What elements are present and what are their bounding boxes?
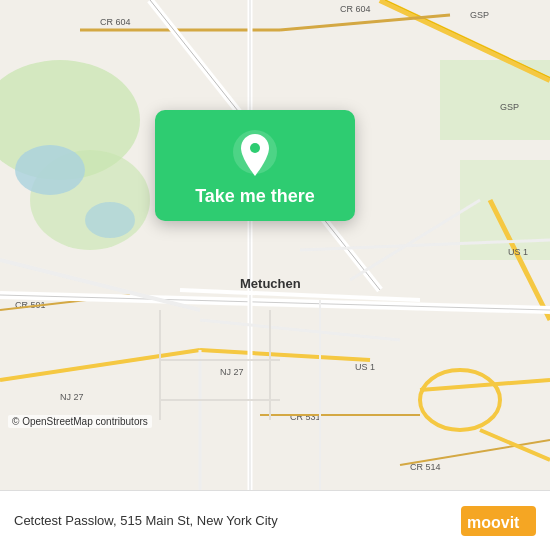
svg-point-50 — [250, 143, 260, 153]
moovit-logo-svg: moovit — [461, 506, 536, 536]
svg-text:Metuchen: Metuchen — [240, 276, 301, 291]
svg-point-6 — [85, 202, 135, 238]
take-me-there-button[interactable]: Take me there — [155, 110, 355, 221]
map-attribution: © OpenStreetMap contributors — [8, 415, 152, 428]
svg-text:CR 531: CR 531 — [290, 412, 321, 422]
svg-text:CR 604: CR 604 — [100, 17, 131, 27]
svg-text:GSP: GSP — [500, 102, 519, 112]
svg-point-5 — [15, 145, 85, 195]
svg-text:NJ 27: NJ 27 — [60, 392, 84, 402]
svg-text:NJ 27: NJ 27 — [220, 367, 244, 377]
location-pin-icon — [231, 128, 279, 176]
bottom-bar: Cetctest Passlow, 515 Main St, New York … — [0, 490, 550, 550]
svg-text:moovit: moovit — [467, 514, 520, 531]
moovit-logo: moovit — [461, 506, 536, 536]
svg-text:US 1: US 1 — [355, 362, 375, 372]
svg-text:GSP: GSP — [470, 10, 489, 20]
address-text: Cetctest Passlow, 515 Main St, New York … — [14, 513, 453, 528]
svg-text:US 1: US 1 — [508, 247, 528, 257]
map-container: CR 604 CR 604 GSP GSP US 1 NJ 27 NJ 27 C… — [0, 0, 550, 490]
svg-text:CR 604: CR 604 — [340, 4, 371, 14]
take-me-there-label: Take me there — [195, 186, 315, 207]
svg-rect-4 — [460, 160, 550, 260]
